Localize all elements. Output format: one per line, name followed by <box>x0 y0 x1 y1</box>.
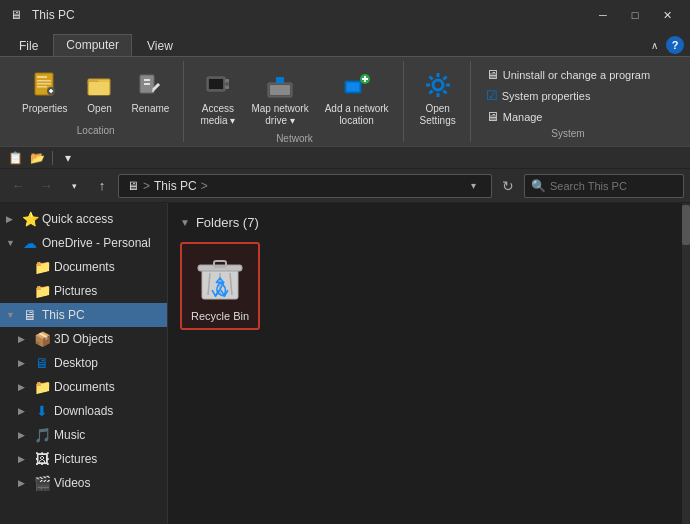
window-icon: 🖥 <box>8 7 24 23</box>
tab-view[interactable]: View <box>134 34 186 56</box>
pictures-od-icon: 📁 <box>34 283 50 299</box>
qa-properties-button[interactable]: 📋 <box>6 149 24 167</box>
quick-access-icon: ⭐ <box>22 211 38 227</box>
rename-button[interactable]: Rename <box>126 65 176 119</box>
expand-icon: ▶ <box>18 334 30 344</box>
sidebar-item-desktop[interactable]: ▶ 🖥 Desktop <box>0 351 167 375</box>
add-network-button[interactable]: Add a networklocation <box>319 65 395 131</box>
ribbon-tab-bar: File Computer View ∧ ? <box>0 30 690 56</box>
ribbon-group-system: 🖥 Uninstall or change a program ☑ System… <box>473 61 663 142</box>
open-settings-button[interactable]: OpenSettings <box>414 65 462 131</box>
search-input[interactable] <box>550 180 677 192</box>
settings-icon <box>422 69 454 101</box>
recycle-bin-label: Recycle Bin <box>191 310 249 322</box>
svg-point-28 <box>433 80 443 90</box>
location-group-label: Location <box>77 125 115 138</box>
videos-icon: 🎬 <box>34 475 50 491</box>
ribbon-collapse-button[interactable]: ∧ <box>647 38 662 53</box>
properties-button[interactable]: Properties <box>16 65 74 119</box>
system-properties-button[interactable]: ☑ System properties <box>481 86 655 105</box>
sidebar-item-this-pc[interactable]: ▼ 🖥 This PC <box>0 303 167 327</box>
access-media-button[interactable]: Accessmedia ▾ <box>194 65 241 131</box>
svg-rect-24 <box>347 83 359 91</box>
uninstall-button[interactable]: 🖥 Uninstall or change a program <box>481 65 655 84</box>
content-area: ▼ Folders (7) <box>168 203 682 524</box>
sidebar-label-this-pc: This PC <box>42 308 85 322</box>
system-properties-label: System properties <box>502 90 591 102</box>
rename-icon <box>134 69 166 101</box>
content-scrollbar[interactable] <box>682 203 690 524</box>
onedrive-icon: ☁ <box>22 235 38 251</box>
svg-rect-2 <box>37 80 51 82</box>
open-icon <box>84 69 116 101</box>
svg-rect-20 <box>270 85 290 95</box>
recent-locations-button[interactable]: ▾ <box>62 174 86 198</box>
sidebar-item-videos[interactable]: ▶ 🎬 Videos <box>0 471 167 495</box>
svg-line-35 <box>443 77 446 80</box>
window-title: This PC <box>32 8 580 22</box>
add-network-label: Add a networklocation <box>325 103 389 127</box>
system-group-label: System <box>551 128 584 141</box>
sidebar-item-downloads[interactable]: ▶ ⬇ Downloads <box>0 399 167 423</box>
expand-icon: ▶ <box>18 430 30 440</box>
ribbon-content: Properties Open <box>0 56 690 146</box>
minimize-button[interactable]: ─ <box>588 0 618 30</box>
tab-file[interactable]: File <box>6 34 51 56</box>
network-buttons: Accessmedia ▾ Map networkdrive ▾ <box>194 65 394 131</box>
icon-grid: Recycle Bin <box>180 242 670 330</box>
sidebar-label-onedrive: OneDrive - Personal <box>42 236 151 250</box>
sidebar-item-pictures-od[interactable]: 📁 Pictures <box>0 279 167 303</box>
manage-icon: 🖥 <box>486 109 499 124</box>
svg-rect-10 <box>89 82 109 95</box>
system-buttons: 🖥 Uninstall or change a program ☑ System… <box>481 65 655 126</box>
path-icon: 🖥 <box>127 179 139 193</box>
sidebar-label-quick-access: Quick access <box>42 212 113 226</box>
recycle-bin-item[interactable]: Recycle Bin <box>180 242 260 330</box>
back-button[interactable]: ← <box>6 174 30 198</box>
address-path[interactable]: 🖥 > This PC > ▾ <box>118 174 492 198</box>
sidebar-label-documents-od: Documents <box>54 260 115 274</box>
refresh-button[interactable]: ↻ <box>496 174 520 198</box>
rename-label: Rename <box>132 103 170 115</box>
path-separator-2: > <box>201 179 208 193</box>
sidebar-item-documents-od[interactable]: 📁 Documents <box>0 255 167 279</box>
search-box[interactable]: 🔍 <box>524 174 684 198</box>
maximize-button[interactable]: □ <box>620 0 650 30</box>
documents-od-icon: 📁 <box>34 259 50 275</box>
open-button[interactable]: Open <box>78 65 122 119</box>
path-this-pc[interactable]: This PC <box>154 179 197 193</box>
qa-dropdown-button[interactable]: ▾ <box>59 149 77 167</box>
manage-button[interactable]: 🖥 Manage <box>481 107 655 126</box>
svg-line-33 <box>429 77 432 80</box>
sidebar-item-music[interactable]: ▶ 🎵 Music <box>0 423 167 447</box>
map-network-button[interactable]: Map networkdrive ▾ <box>245 65 314 131</box>
sidebar-label-music: Music <box>54 428 85 442</box>
sidebar-item-quick-access[interactable]: ▶ ⭐ Quick access <box>0 207 167 231</box>
3d-objects-icon: 📦 <box>34 331 50 347</box>
tab-computer[interactable]: Computer <box>53 34 132 56</box>
sidebar-item-onedrive[interactable]: ▼ ☁ OneDrive - Personal <box>0 231 167 255</box>
expand-icon: ▼ <box>6 310 18 320</box>
sidebar-item-3d-objects[interactable]: ▶ 📦 3D Objects <box>0 327 167 351</box>
ribbon-group-network: Accessmedia ▾ Map networkdrive ▾ <box>186 61 403 142</box>
help-button[interactable]: ? <box>666 36 684 54</box>
settings-buttons: OpenSettings <box>414 65 462 134</box>
sidebar-label-downloads: Downloads <box>54 404 113 418</box>
settings-label: OpenSettings <box>420 103 456 127</box>
sidebar-item-documents-pc[interactable]: ▶ 📁 Documents <box>0 375 167 399</box>
address-bar: ← → ▾ ↑ 🖥 > This PC > ▾ ↻ 🔍 <box>0 169 690 203</box>
svg-rect-22 <box>277 82 283 83</box>
forward-button[interactable]: → <box>34 174 58 198</box>
scrollbar-thumb[interactable] <box>682 205 690 245</box>
search-icon: 🔍 <box>531 179 546 193</box>
main-layout: ▶ ⭐ Quick access ▼ ☁ OneDrive - Personal… <box>0 203 690 524</box>
ribbon: File Computer View ∧ ? <box>0 30 690 147</box>
address-dropdown-button[interactable]: ▾ <box>463 174 483 198</box>
path-separator: > <box>143 179 150 193</box>
sidebar-item-pictures-pc[interactable]: ▶ 🖼 Pictures <box>0 447 167 471</box>
up-button[interactable]: ↑ <box>90 174 114 198</box>
close-button[interactable]: ✕ <box>652 0 682 30</box>
svg-rect-3 <box>37 83 51 85</box>
qa-open-button[interactable]: 📂 <box>28 149 46 167</box>
access-media-icon <box>202 69 234 101</box>
